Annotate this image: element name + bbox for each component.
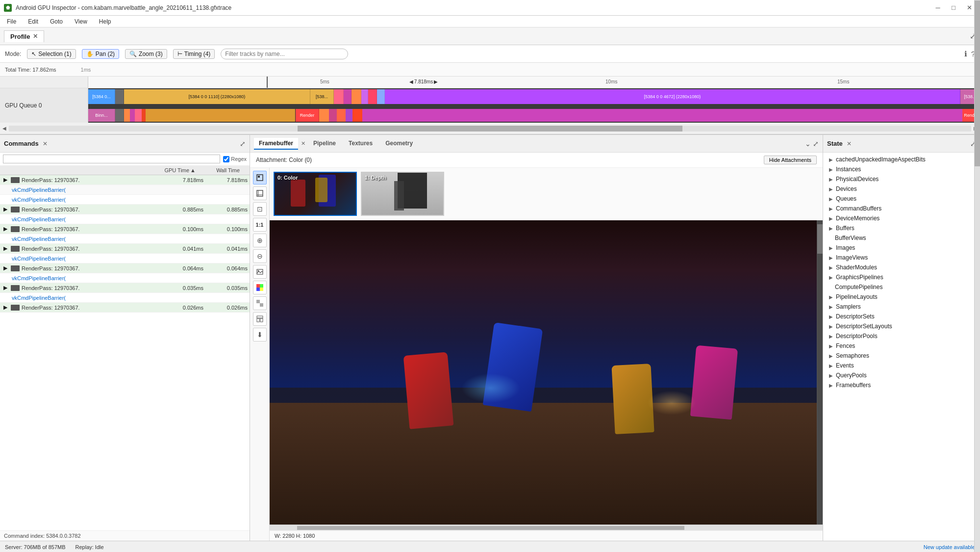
- state-item-cached[interactable]: ▶ cachedUnpackedImageAspectBits: [823, 155, 974, 164]
- commands-expand[interactable]: ⤢: [240, 140, 246, 148]
- state-item-descriptorsets[interactable]: ▶ DescriptorSets: [823, 312, 974, 321]
- tool-fit[interactable]: 1:1: [253, 218, 267, 232]
- state-item-shadermodules[interactable]: ▶ ShaderModules: [823, 263, 974, 272]
- state-item-samplers[interactable]: ▶ Samplers: [823, 302, 974, 312]
- main-preview-area[interactable]: [270, 220, 823, 525]
- expand-triangle-icon[interactable]: ▶: [2, 265, 9, 272]
- expand-triangle-icon[interactable]: ▶: [2, 177, 9, 184]
- table-row[interactable]: ▶ RenderPass: 12970367. 0.064ms 0.064ms: [0, 263, 250, 273]
- preview-hscrollbar[interactable]: [270, 525, 823, 530]
- tool-crop[interactable]: [253, 186, 267, 200]
- expand-triangle-icon[interactable]: ▶: [2, 226, 9, 233]
- fb-dropdown-icon[interactable]: ⌄: [805, 140, 811, 148]
- tab-textures[interactable]: Textures: [344, 138, 377, 150]
- commands-table[interactable]: ▶ RenderPass: 12970367. 7.818ms 7.818ms …: [0, 175, 250, 530]
- framebuffer-tab-close[interactable]: ✕: [301, 140, 305, 147]
- gpu-queue-label: GPU Queue 0: [0, 88, 88, 123]
- table-row[interactable]: vkCmdPipelineBarrier(: [0, 254, 250, 263]
- commands-search-input[interactable]: [3, 155, 220, 163]
- preview-vscrollbar[interactable]: [817, 220, 823, 525]
- table-row[interactable]: vkCmdPipelineBarrier(: [0, 293, 250, 303]
- tool-zoom-out[interactable]: ⊡: [253, 202, 267, 216]
- maximize-button[interactable]: □: [947, 2, 960, 14]
- minimize-button[interactable]: ─: [931, 2, 945, 14]
- pan-mode-button[interactable]: ✋ Pan (2): [82, 49, 119, 59]
- state-item-semaphores[interactable]: ▶ Semaphores: [823, 351, 974, 361]
- profile-tab-close[interactable]: ✕: [33, 33, 38, 40]
- state-item-devicememories[interactable]: ▶ DeviceMemories: [823, 213, 974, 223]
- tool-layout[interactable]: [253, 312, 267, 326]
- new-update-link[interactable]: New update available: [924, 544, 975, 550]
- thumbnail-depth[interactable]: 1: Depth: [361, 172, 444, 216]
- menu-edit[interactable]: Edit: [25, 17, 41, 26]
- expand-triangle-icon[interactable]: ▶: [2, 206, 9, 213]
- state-item-queues[interactable]: ▶ Queues: [823, 194, 974, 204]
- fb-expand-icon[interactable]: ⤢: [813, 140, 819, 148]
- state-item-bufferviews[interactable]: BufferViews: [823, 233, 974, 243]
- state-item-events[interactable]: ▶ Events: [823, 361, 974, 370]
- tool-select[interactable]: [253, 171, 267, 184]
- arrow-icon: ▶: [829, 314, 833, 319]
- tool-checker[interactable]: [253, 296, 267, 310]
- state-item-descriptorpools[interactable]: ▶ DescriptorPools: [823, 331, 974, 341]
- tab-geometry[interactable]: Geometry: [380, 138, 418, 150]
- expand-triangle-icon[interactable]: ▶: [2, 245, 9, 252]
- table-row[interactable]: ▶ RenderPass: 12970367. 7.818ms 7.818ms: [0, 175, 250, 185]
- state-close[interactable]: ✕: [847, 140, 852, 147]
- scroll-left-arrow[interactable]: ◀: [0, 126, 9, 131]
- timeline-scrollbar[interactable]: [9, 126, 971, 131]
- state-tree[interactable]: ▶ cachedUnpackedImageAspectBits ▶ Instan…: [823, 153, 974, 541]
- gpu-queue-track[interactable]: GPU Queue 0 [5384 0... [5384 0 0 1110] (…: [0, 88, 980, 123]
- state-item-physicaldevices[interactable]: ▶ PhysicalDevices: [823, 174, 974, 184]
- info-button[interactable]: ℹ: [964, 50, 967, 58]
- zoom-mode-button[interactable]: 🔍 Zoom (3): [125, 49, 167, 59]
- tab-framebuffer[interactable]: Framebuffer: [254, 138, 298, 150]
- state-item-pipelinelayouts[interactable]: ▶ PipelineLayouts: [823, 292, 974, 302]
- state-item-images[interactable]: ▶ Images: [823, 243, 974, 253]
- profile-tab[interactable]: Profile ✕: [4, 30, 44, 42]
- state-item-graphicspipelines[interactable]: ▶ GraphicsPipelines: [823, 272, 974, 282]
- menu-file[interactable]: File: [4, 17, 19, 26]
- col-gpu-time[interactable]: GPU Time ▲: [151, 167, 196, 173]
- state-item-instances[interactable]: ▶ Instances: [823, 164, 974, 174]
- tab-pipeline[interactable]: Pipeline: [308, 138, 341, 150]
- table-row[interactable]: ▶ RenderPass: 12970367. 0.100ms 0.100ms: [0, 224, 250, 234]
- table-row[interactable]: vkCmdPipelineBarrier(: [0, 185, 250, 195]
- thumbnail-color[interactable]: 0: Color: [274, 172, 357, 216]
- menu-view[interactable]: View: [72, 17, 90, 26]
- expand-triangle-icon[interactable]: ▶: [2, 285, 9, 291]
- gpu-queue-content[interactable]: [5384 0... [5384 0 0 1110] (2280x1080) […: [88, 88, 980, 123]
- selection-mode-button[interactable]: ↖ Selection (1): [27, 49, 75, 59]
- expand-triangle-icon[interactable]: ▶: [2, 304, 9, 311]
- state-item-fences[interactable]: ▶ Fences: [823, 341, 974, 351]
- table-row[interactable]: vkCmdPipelineBarrier(: [0, 273, 250, 283]
- tool-zoom-in[interactable]: ⊕: [253, 234, 267, 247]
- table-row[interactable]: ▶ RenderPass: 12970367. 0.885ms 0.885ms: [0, 205, 250, 214]
- state-item-imageviews[interactable]: ▶ ImageViews: [823, 253, 974, 263]
- state-item-devices[interactable]: ▶ Devices: [823, 184, 974, 194]
- regex-label[interactable]: Regex: [223, 156, 247, 162]
- state-item-computepipelines[interactable]: ComputePipelines: [823, 282, 974, 292]
- state-item-descriptorsetlayouts[interactable]: ▶ DescriptorSetLayouts: [823, 321, 974, 331]
- state-item-buffers[interactable]: ▶ Buffers: [823, 223, 974, 233]
- state-item-querypools[interactable]: ▶ QueryPools: [823, 370, 974, 380]
- state-item-framebuffers[interactable]: ▶ Framebuffers: [823, 380, 974, 390]
- menu-help[interactable]: Help: [96, 17, 114, 26]
- state-item-commandbuffers[interactable]: ▶ CommandBuffers: [823, 204, 974, 213]
- table-row[interactable]: ▶ RenderPass: 12970367. 0.041ms 0.041ms: [0, 244, 250, 254]
- tool-image[interactable]: [253, 265, 267, 279]
- table-row[interactable]: vkCmdPipelineBarrier(: [0, 214, 250, 224]
- tool-color[interactable]: [253, 281, 267, 294]
- tool-download[interactable]: ⬇: [253, 328, 267, 342]
- filter-input[interactable]: [221, 49, 348, 59]
- timing-mode-button[interactable]: ⊢ Timing (4): [173, 49, 215, 59]
- table-row[interactable]: vkCmdPipelineBarrier(: [0, 234, 250, 244]
- table-row[interactable]: ▶ RenderPass: 12970367. 0.035ms 0.035ms: [0, 283, 250, 293]
- table-row[interactable]: ▶ RenderPass: 12970367. 0.026ms 0.026ms: [0, 303, 250, 313]
- hide-attachments-button[interactable]: Hide Attachments: [764, 156, 817, 164]
- commands-close[interactable]: ✕: [43, 140, 48, 147]
- tool-zoom-out2[interactable]: ⊖: [253, 249, 267, 263]
- regex-checkbox[interactable]: [223, 156, 229, 162]
- table-row[interactable]: vkCmdPipelineBarrier(: [0, 195, 250, 205]
- menu-goto[interactable]: Goto: [47, 17, 66, 26]
